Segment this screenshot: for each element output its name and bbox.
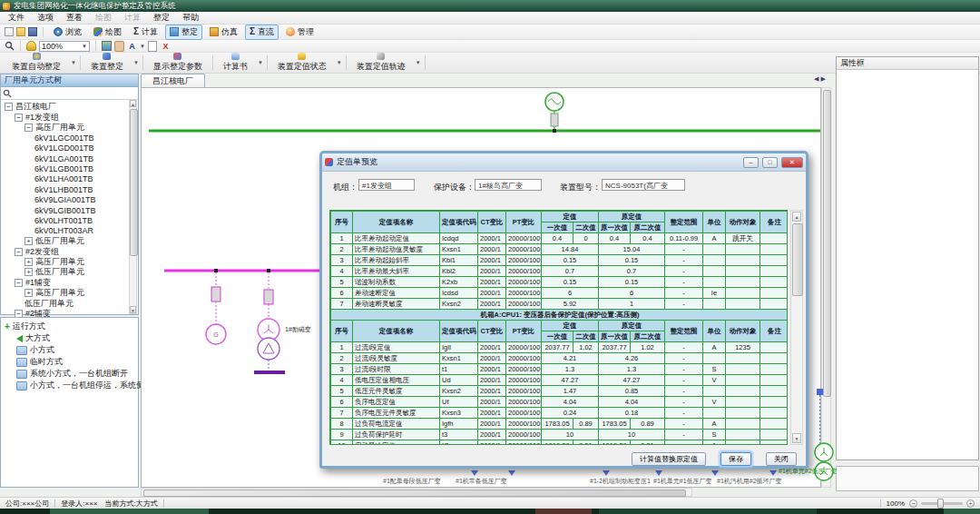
auto-setting-button[interactable]: 装置自动整定 bbox=[5, 53, 67, 73]
zoom-in-icon[interactable]: + bbox=[966, 499, 975, 508]
scroll-up-icon[interactable]: ▲ bbox=[792, 212, 801, 222]
scrollbar-thumb[interactable] bbox=[130, 109, 138, 256]
table-row[interactable]: 3过流I段时限t12000/120000/1001.31.3-S bbox=[331, 364, 789, 375]
chevron-down-icon[interactable]: ▼ bbox=[71, 60, 76, 65]
table-row[interactable]: 8过负荷电流定值Igfh2000/120000/1001783.050.8917… bbox=[331, 419, 789, 430]
chevron-down-icon[interactable]: ▼ bbox=[140, 44, 145, 49]
scroll-up-icon[interactable]: ▲ bbox=[130, 100, 136, 107]
key-icon[interactable] bbox=[26, 41, 36, 51]
font-icon[interactable]: A bbox=[127, 41, 137, 51]
model-field[interactable]: NCS-9053T(高厂变 bbox=[602, 179, 685, 191]
taskbar-item[interactable] bbox=[944, 509, 980, 514]
menu-item[interactable]: 查看 bbox=[60, 11, 89, 25]
search-icon[interactable] bbox=[5, 41, 15, 51]
table-row[interactable]: 2比率差动起动值灵敏度Kxsn12000/120000/10014.8415.0… bbox=[331, 244, 789, 255]
tree-node[interactable]: 6kV1LGC001TB bbox=[1, 133, 138, 143]
table-row[interactable]: 1过流I段定值IglI2000/120000/1002037.771.02203… bbox=[331, 342, 789, 353]
menu-item[interactable]: 帮助 bbox=[176, 11, 205, 25]
maximize-icon[interactable]: □ bbox=[762, 157, 778, 168]
chevron-down-icon[interactable]: ▼ bbox=[133, 60, 139, 65]
taskbar-item[interactable] bbox=[535, 509, 592, 514]
run-mode-item[interactable]: 小方式 bbox=[1, 344, 138, 356]
table-row[interactable]: 4低电压定值相电压Ud2000/120000/10047.2747.27-V bbox=[331, 375, 789, 386]
tree-node[interactable]: +低压厂用单元 bbox=[1, 236, 138, 246]
table-scrollbar[interactable]: ▲ ▼ bbox=[790, 210, 803, 445]
draw-button[interactable]: 绘图 bbox=[89, 25, 126, 40]
dialog-titlebar[interactable]: 定值单预览 ‒ □ ✕ bbox=[322, 153, 806, 172]
table-row[interactable]: 7负序电压元件灵敏度Kxsn32000/120000/1000.240.18- bbox=[331, 408, 789, 419]
tab-next-icon[interactable]: ▶ bbox=[820, 75, 825, 84]
table-row[interactable]: 2过流I段灵敏度Kxsn12000/120000/1004.214.26- bbox=[331, 353, 789, 364]
calc-book-button[interactable]: 计算书 bbox=[217, 53, 254, 73]
scrollbar-thumb[interactable] bbox=[792, 223, 803, 296]
tree-search-box[interactable] bbox=[1, 87, 138, 100]
unit-field[interactable]: #1发变组 bbox=[358, 179, 415, 191]
tree-node[interactable]: +低压厂用单元 bbox=[1, 267, 138, 277]
menu-item[interactable]: 选项 bbox=[31, 11, 60, 25]
table-row[interactable]: 10启动风冷定值IQ2000/120000/1001019.390.511019… bbox=[331, 440, 789, 446]
tree-node[interactable]: 6kV1LHA001TB bbox=[1, 174, 138, 184]
close-button[interactable]: 关闭 bbox=[766, 452, 797, 466]
taskbar-item[interactable] bbox=[599, 509, 817, 514]
close-icon[interactable]: ✕ bbox=[781, 157, 803, 168]
scrollbar-thumb[interactable] bbox=[823, 90, 831, 397]
run-mode-item[interactable]: 系统小方式，一台机组断开 bbox=[1, 368, 138, 380]
simulate-button[interactable]: 仿真 bbox=[205, 25, 242, 40]
menu-item[interactable]: 文件 bbox=[2, 11, 31, 25]
canvas-horizontal-scrollbar[interactable] bbox=[141, 488, 692, 497]
image-icon[interactable] bbox=[102, 41, 112, 51]
manage-button[interactable]: 管理 bbox=[281, 25, 318, 40]
zoom-slider[interactable] bbox=[921, 502, 963, 505]
delete-icon[interactable]: X bbox=[161, 41, 171, 51]
breaker-symbol[interactable] bbox=[551, 114, 558, 126]
tree-node[interactable]: 6kV1LGB001TB bbox=[1, 163, 138, 173]
scrollbar-thumb[interactable] bbox=[143, 489, 686, 497]
tab-prev-icon[interactable]: ◀ bbox=[814, 75, 818, 84]
breaker-symbol[interactable] bbox=[211, 287, 220, 301]
dc-button[interactable]: Σ直流 bbox=[245, 25, 279, 40]
open-file-icon[interactable] bbox=[16, 27, 25, 36]
table-row[interactable]: 4比率差动最大斜率Kbl22000/120000/1000.70.7- bbox=[331, 266, 789, 277]
table-row[interactable]: 9过负荷保护延时t32000/120000/1001010-S bbox=[331, 430, 789, 440]
chevron-down-icon[interactable]: ▼ bbox=[416, 60, 421, 65]
chevron-down-icon[interactable]: ▼ bbox=[258, 60, 263, 65]
table-row[interactable]: 7差动速断灵敏度Kxsn22000/120000/1005.921- bbox=[331, 299, 789, 310]
tree-node[interactable]: −昌江核电厂 bbox=[1, 102, 138, 112]
tree-toggle-icon[interactable]: − bbox=[24, 124, 33, 132]
zoom-out-icon[interactable]: − bbox=[909, 499, 917, 508]
minimize-icon[interactable]: ‒ bbox=[743, 157, 759, 168]
save-button[interactable]: 保存 bbox=[720, 452, 751, 466]
pan-hand-icon[interactable] bbox=[114, 41, 124, 52]
zoom-slider-thumb[interactable] bbox=[937, 499, 944, 509]
save-file-icon[interactable] bbox=[28, 27, 37, 36]
device-setting-button[interactable]: 装置整定 bbox=[84, 53, 130, 73]
table-row[interactable]: 6负序电压定值Uf2000/120000/1004.044.04-V bbox=[331, 397, 789, 408]
page-icon[interactable] bbox=[148, 41, 157, 52]
show-params-button[interactable]: 显示整定参数 bbox=[147, 53, 209, 73]
tree-toggle-icon[interactable]: − bbox=[15, 279, 23, 287]
tree-toggle-icon[interactable]: − bbox=[5, 103, 13, 111]
setting-button[interactable]: 整定 bbox=[165, 25, 202, 40]
new-file-icon[interactable] bbox=[5, 27, 14, 36]
tree-toggle-icon[interactable]: − bbox=[15, 248, 23, 256]
breaker-symbol[interactable] bbox=[264, 290, 273, 304]
transformer-secondary-symbol[interactable] bbox=[258, 338, 279, 360]
taskbar-item[interactable] bbox=[50, 509, 209, 514]
tree-scrollbar[interactable]: ▲ ▼ bbox=[129, 99, 137, 314]
run-mode-item[interactable]: 临时方式 bbox=[1, 356, 138, 368]
table-row[interactable]: 5谐波制动系数K2xb2000/120000/1000.150.15- bbox=[331, 277, 789, 288]
menu-item[interactable]: 计算 bbox=[118, 11, 147, 25]
scroll-down-icon[interactable]: ▼ bbox=[130, 306, 136, 313]
tree-node[interactable]: 6kV1LGD001TB bbox=[1, 143, 138, 153]
tree-node[interactable]: 6kV0LHT001TB bbox=[1, 215, 138, 225]
value-status-button[interactable]: 装置定值状态 bbox=[271, 53, 333, 73]
calculate-button[interactable]: Σ计算 bbox=[129, 25, 162, 40]
device-field[interactable]: 1#核岛高厂变 bbox=[475, 179, 542, 191]
browse-button[interactable]: 浏览 bbox=[49, 25, 86, 40]
tree-toggle-icon[interactable]: + bbox=[24, 268, 33, 276]
table-row[interactable]: 6差动速断定值Icdsd2000/120000/10066-Ie bbox=[331, 288, 789, 299]
menu-item[interactable]: 绘图 bbox=[89, 11, 118, 25]
tree-toggle-icon[interactable]: + bbox=[24, 289, 33, 297]
run-mode-item[interactable]: +运行方式 bbox=[1, 321, 138, 332]
zoom-select[interactable]: 100% ▼ bbox=[39, 41, 90, 52]
